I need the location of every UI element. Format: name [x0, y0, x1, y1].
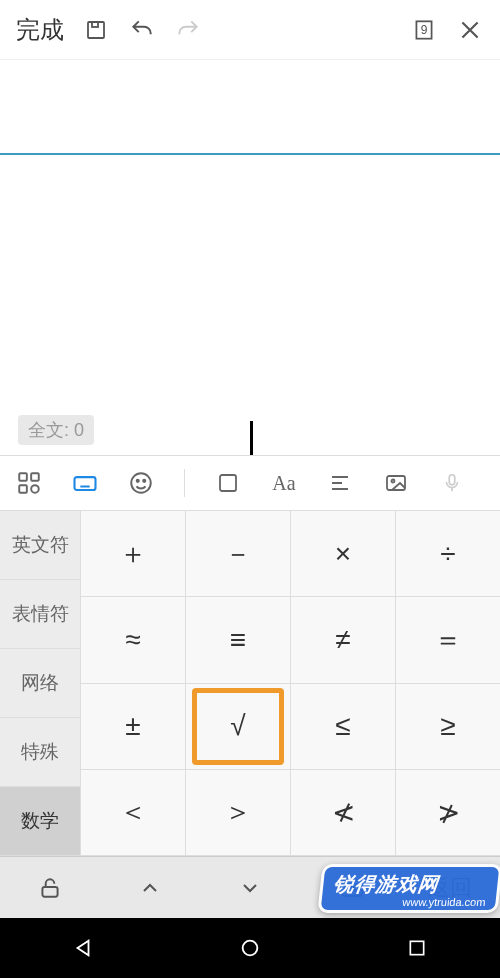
svg-point-10 — [143, 480, 145, 482]
symbol-key[interactable]: ± — [80, 684, 185, 770]
save-icon[interactable] — [78, 12, 114, 48]
symbol-key[interactable]: ÷ — [395, 511, 500, 597]
tab-emoji-symbols[interactable]: 表情符 — [0, 580, 80, 649]
text-cursor — [250, 421, 253, 455]
symbol-key[interactable]: ≮ — [290, 770, 395, 856]
mic-icon[interactable] — [435, 466, 469, 500]
svg-rect-17 — [410, 941, 423, 954]
fullscreen-icon[interactable] — [211, 466, 245, 500]
editor-body-area[interactable]: 全文: 0 — [0, 155, 500, 455]
svg-rect-7 — [75, 477, 96, 490]
return-button[interactable]: 返回 — [400, 873, 500, 903]
symbol-key[interactable]: × — [290, 511, 395, 597]
svg-rect-11 — [220, 475, 236, 491]
image-icon[interactable] — [379, 466, 413, 500]
chevron-down-icon[interactable] — [200, 876, 300, 900]
svg-rect-1 — [92, 22, 98, 27]
nav-back-icon[interactable] — [53, 928, 113, 968]
apps-icon[interactable] — [12, 466, 46, 500]
nav-home-icon[interactable] — [220, 928, 280, 968]
tab-network-symbols[interactable]: 网络 — [0, 649, 80, 718]
backspace-icon[interactable] — [300, 876, 400, 900]
svg-rect-0 — [88, 22, 104, 38]
svg-rect-15 — [42, 886, 57, 896]
symbol-grid: ＋ － × ÷ ≈ ≡ ≠ ＝ ± √ ≤ ≥ ＜ ＞ ≮ ≯ — [80, 511, 500, 856]
undo-icon[interactable] — [124, 12, 160, 48]
tab-math-symbols[interactable]: 数学 — [0, 787, 80, 856]
symbol-key[interactable]: ＋ — [80, 511, 185, 597]
keyboard-icon[interactable] — [68, 466, 102, 500]
svg-point-9 — [137, 480, 139, 482]
tab-english-symbols[interactable]: 英文符 — [0, 511, 80, 580]
word-count-badge: 全文: 0 — [18, 415, 94, 445]
svg-point-16 — [243, 941, 258, 956]
tab-special-symbols[interactable]: 特殊 — [0, 718, 80, 787]
symbol-key[interactable]: ≥ — [395, 684, 500, 770]
keyboard-bottom-row: 返回 — [0, 856, 500, 918]
font-icon[interactable]: Aa — [267, 466, 301, 500]
close-icon[interactable] — [452, 12, 488, 48]
chevron-up-icon[interactable] — [100, 876, 200, 900]
symbol-key[interactable]: ≯ — [395, 770, 500, 856]
svg-rect-12 — [387, 476, 405, 490]
svg-point-8 — [131, 473, 151, 493]
symbol-panel: 英文符 表情符 网络 特殊 数学 ＋ － × ÷ ≈ ≡ ≠ ＝ ± √ ≤ ≥… — [0, 511, 500, 856]
symbol-key[interactable]: ＜ — [80, 770, 185, 856]
redo-icon — [170, 12, 206, 48]
symbol-key[interactable]: ＝ — [395, 597, 500, 683]
symbol-key[interactable]: ＞ — [185, 770, 290, 856]
symbol-key[interactable]: ≈ — [80, 597, 185, 683]
nav-recent-icon[interactable] — [387, 928, 447, 968]
emoji-icon[interactable] — [124, 466, 158, 500]
symbol-key[interactable]: － — [185, 511, 290, 597]
symbol-key[interactable]: ≠ — [290, 597, 395, 683]
symbol-key[interactable]: ≡ — [185, 597, 290, 683]
symbol-key[interactable]: ≤ — [290, 684, 395, 770]
svg-point-13 — [392, 480, 395, 483]
svg-rect-3 — [19, 473, 27, 481]
format-toolbar: Aa — [0, 455, 500, 511]
svg-rect-5 — [19, 485, 27, 493]
lock-icon[interactable] — [0, 875, 100, 901]
svg-point-6 — [31, 485, 39, 493]
done-button[interactable]: 完成 — [12, 8, 68, 52]
android-navbar — [0, 918, 500, 978]
align-icon[interactable] — [323, 466, 357, 500]
svg-rect-4 — [31, 473, 39, 481]
editor-title-area[interactable] — [0, 60, 500, 155]
symbol-key-highlighted[interactable]: √ — [185, 684, 290, 770]
page-number-icon[interactable]: 9 — [406, 12, 442, 48]
top-bar: 完成 9 — [0, 0, 500, 60]
svg-rect-14 — [449, 475, 455, 485]
symbol-category-tabs: 英文符 表情符 网络 特殊 数学 — [0, 511, 80, 856]
